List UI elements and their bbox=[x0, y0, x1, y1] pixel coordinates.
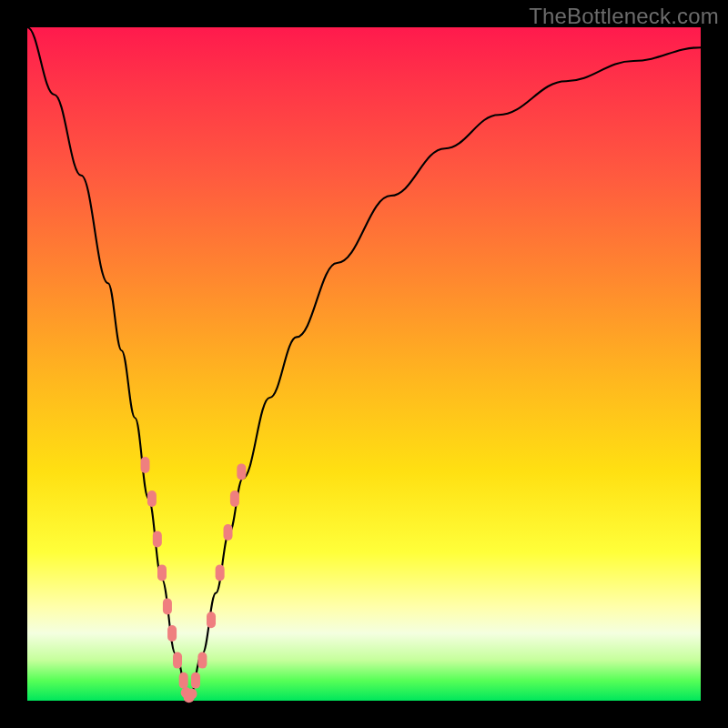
svg-rect-9 bbox=[197, 652, 207, 669]
bottleneck-curve bbox=[27, 27, 701, 701]
svg-rect-11 bbox=[216, 564, 225, 581]
data-markers-right bbox=[191, 463, 246, 688]
svg-rect-14 bbox=[237, 463, 246, 480]
data-markers-left bbox=[141, 457, 188, 689]
svg-rect-2 bbox=[153, 531, 162, 547]
svg-rect-13 bbox=[230, 490, 239, 507]
svg-rect-6 bbox=[173, 652, 182, 669]
svg-rect-8 bbox=[191, 672, 200, 689]
curve-layer bbox=[27, 27, 701, 701]
svg-rect-10 bbox=[207, 612, 216, 628]
watermark-text: TheBottleneck.com bbox=[529, 4, 719, 29]
data-markers-base bbox=[181, 687, 197, 703]
svg-rect-0 bbox=[141, 457, 150, 473]
svg-rect-3 bbox=[157, 564, 167, 581]
svg-rect-4 bbox=[163, 598, 172, 614]
svg-rect-12 bbox=[224, 524, 233, 541]
svg-rect-5 bbox=[167, 625, 177, 642]
svg-rect-7 bbox=[179, 672, 188, 689]
svg-rect-1 bbox=[147, 490, 157, 507]
chart-frame: TheBottleneck.com bbox=[0, 0, 728, 728]
svg-point-17 bbox=[187, 689, 197, 700]
plot-area bbox=[27, 27, 701, 701]
